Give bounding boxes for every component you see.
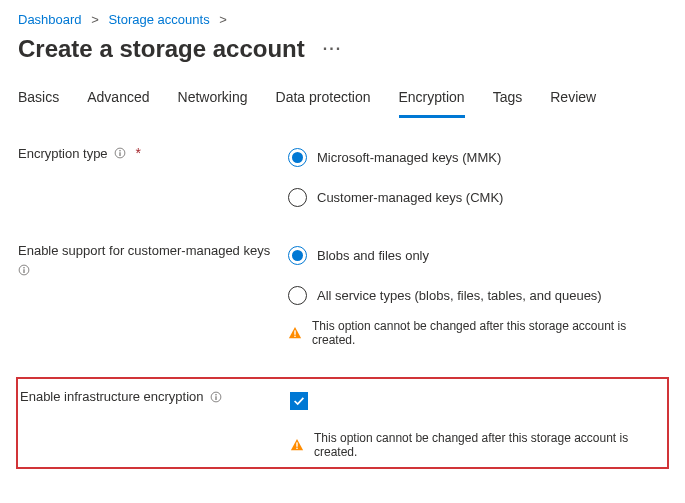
svg-rect-11 — [296, 442, 297, 446]
warning-icon — [290, 438, 304, 452]
info-icon[interactable] — [210, 391, 222, 403]
field-encryption-type: Encryption type * Microsoft-managed keys… — [18, 143, 667, 211]
more-actions-icon[interactable]: ··· — [323, 40, 342, 58]
checkbox-infra-encryption[interactable] — [290, 392, 308, 410]
tab-tags[interactable]: Tags — [493, 83, 523, 118]
radio-all-services[interactable] — [288, 286, 307, 305]
label-cmk-support: Enable support for customer-managed keys — [18, 243, 270, 258]
tab-data-protection[interactable]: Data protection — [276, 83, 371, 118]
tab-networking[interactable]: Networking — [178, 83, 248, 118]
chevron-right-icon: > — [219, 12, 227, 27]
field-cmk-support: Enable support for customer-managed keys… — [18, 241, 667, 347]
svg-rect-5 — [23, 269, 24, 273]
radio-cmk[interactable] — [288, 188, 307, 207]
breadcrumb-link-storage-accounts[interactable]: Storage accounts — [108, 12, 209, 27]
breadcrumb-link-dashboard[interactable]: Dashboard — [18, 12, 82, 27]
chevron-right-icon: > — [91, 12, 99, 27]
radio-mmk[interactable] — [288, 148, 307, 167]
field-infra-encryption: Enable infrastructure encryption This op… — [20, 387, 665, 459]
tab-basics[interactable]: Basics — [18, 83, 59, 118]
highlight-infra-encryption: Enable infrastructure encryption This op… — [16, 377, 669, 469]
radio-blobs-files[interactable] — [288, 246, 307, 265]
radio-label-blobs-files: Blobs and files only — [317, 248, 429, 263]
breadcrumb: Dashboard > Storage accounts > — [18, 10, 667, 31]
svg-point-4 — [23, 267, 24, 268]
page-title-row: Create a storage account ··· — [18, 35, 667, 63]
svg-rect-12 — [296, 448, 297, 449]
warning-icon — [288, 326, 302, 340]
tab-bar: Basics Advanced Networking Data protecti… — [18, 83, 667, 119]
info-icon[interactable] — [18, 264, 30, 276]
info-icon[interactable] — [114, 147, 126, 159]
svg-rect-2 — [119, 152, 120, 156]
required-indicator: * — [136, 145, 141, 161]
svg-rect-7 — [294, 336, 295, 337]
label-encryption-type: Encryption type — [18, 146, 108, 161]
radio-label-all-services: All service types (blobs, files, tables,… — [317, 288, 602, 303]
svg-rect-10 — [215, 396, 216, 400]
svg-point-1 — [119, 150, 120, 151]
radio-label-mmk: Microsoft-managed keys (MMK) — [317, 150, 501, 165]
svg-point-9 — [215, 394, 216, 395]
label-infra-encryption: Enable infrastructure encryption — [20, 389, 204, 404]
tab-encryption[interactable]: Encryption — [399, 83, 465, 118]
svg-rect-6 — [294, 330, 295, 334]
warning-cmk-support: This option cannot be changed after this… — [312, 319, 667, 347]
tab-advanced[interactable]: Advanced — [87, 83, 149, 118]
page-title: Create a storage account — [18, 35, 305, 63]
radio-label-cmk: Customer-managed keys (CMK) — [317, 190, 503, 205]
tab-review[interactable]: Review — [550, 83, 596, 118]
warning-infra-encryption: This option cannot be changed after this… — [314, 431, 665, 459]
